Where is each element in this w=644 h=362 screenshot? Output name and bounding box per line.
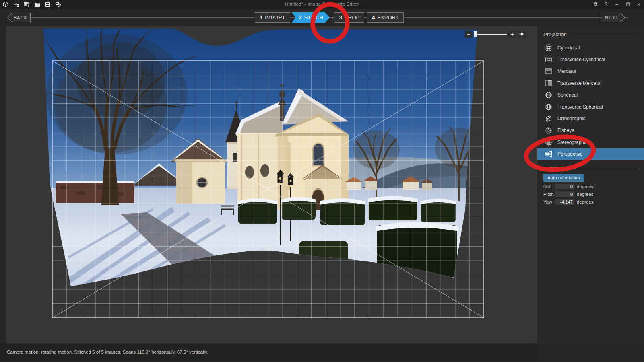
restore-icon[interactable] (624, 1, 632, 8)
settings-gear-icon[interactable] (592, 1, 599, 8)
step-label: IMPORT (265, 14, 285, 21)
stitch-preview-canvas[interactable] (6, 26, 537, 343)
back-button[interactable]: BACK (7, 13, 31, 22)
projection-item-orthographic[interactable]: Orthographic (537, 113, 644, 124)
roll-input[interactable] (555, 183, 575, 190)
window-title: Untitled* - Image Composite Editor (0, 2, 644, 6)
zoom-slider-thumb[interactable] (474, 31, 477, 37)
step-crop[interactable]: 3 CROP (334, 12, 364, 23)
step-number: 2 (299, 14, 302, 21)
projection-sidebar: Projection Cylindrical Transverse Cylind… (537, 26, 644, 343)
stitched-panorama-image (6, 26, 537, 343)
orientation-header: Orientation (543, 165, 640, 171)
step-number: 1 (260, 14, 262, 21)
transverse-spherical-icon (545, 103, 553, 111)
zoom-in-button[interactable]: + (509, 31, 516, 38)
projection-item-stereographic[interactable]: Stereographic (537, 136, 644, 148)
roll-field: Roll degrees (543, 183, 594, 190)
title-bar: Untitled* - Image Composite Editor ? – × (0, 0, 644, 9)
status-bar-text: Camera motion: rotating motion. Stitched… (7, 350, 208, 354)
minimize-icon[interactable]: – (613, 1, 621, 8)
step-nav-bar: BACK 1 IMPORT 2 STITCH › 3 CROP 4 EXPORT (0, 9, 644, 26)
step-tabs: 1 IMPORT 2 STITCH › 3 CROP 4 EXPORT (255, 12, 404, 23)
transverse-mercator-icon (545, 79, 553, 87)
alignment-grid (52, 61, 484, 318)
projection-item-spherical[interactable]: Spherical (537, 89, 644, 101)
transverse-cylindrical-icon (545, 56, 553, 64)
step-connector-chevron: › (330, 12, 334, 23)
step-stitch-active[interactable]: 2 STITCH (292, 12, 330, 23)
stereographic-icon (545, 138, 553, 146)
zoom-out-button[interactable]: − (465, 31, 472, 38)
projection-item-transverse-spherical[interactable]: Transverse Spherical (537, 101, 644, 113)
fit-to-window-button[interactable] (518, 31, 525, 38)
perspective-icon (545, 150, 553, 158)
projection-item-mercator[interactable]: Mercator (537, 66, 644, 77)
spherical-icon (545, 91, 553, 99)
projection-item-perspective[interactable]: Perspective (537, 148, 644, 160)
app-window: Untitled* - Image Composite Editor ? – ×… (0, 0, 644, 362)
yaw-field: Yaw degrees (543, 199, 594, 205)
zoom-slider-rail (474, 34, 507, 35)
mercator-icon (545, 67, 553, 75)
projection-item-transverse-mercator[interactable]: Transverse Mercator (537, 77, 644, 89)
step-label: STITCH (304, 14, 323, 21)
zoom-controls: − + (465, 30, 525, 38)
next-button[interactable]: NEXT (602, 13, 625, 22)
projection-item-fisheye[interactable]: Fisheye (537, 125, 644, 136)
close-icon[interactable]: × (635, 1, 642, 8)
step-label: CROP (345, 14, 360, 21)
pitch-field: Pitch degrees (543, 191, 594, 197)
projection-header: Projection (543, 31, 640, 37)
projection-list: Cylindrical Transverse Cylindrical Merca… (537, 42, 644, 160)
projection-item-cylindrical[interactable]: Cylindrical (537, 42, 644, 53)
step-import[interactable]: 1 IMPORT (255, 12, 290, 23)
pitch-input[interactable] (555, 191, 575, 197)
zoom-slider[interactable] (474, 31, 507, 38)
projection-item-transverse-cylindrical[interactable]: Transverse Cylindrical (537, 53, 644, 65)
auto-orientation-button[interactable]: Auto orientation (543, 174, 584, 182)
help-icon[interactable]: ? (603, 1, 610, 8)
step-number: 4 (372, 14, 375, 21)
orthographic-icon (545, 115, 553, 123)
yaw-input[interactable] (555, 199, 575, 205)
step-export[interactable]: 4 EXPORT (367, 12, 403, 23)
fisheye-icon (545, 126, 553, 134)
step-label: EXPORT (377, 14, 398, 21)
cylindrical-icon (545, 44, 553, 52)
step-number: 3 (339, 14, 342, 21)
